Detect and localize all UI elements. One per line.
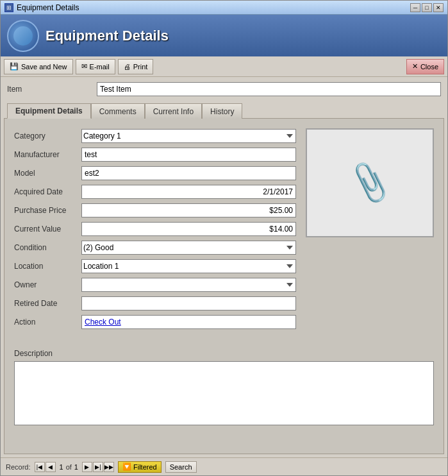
- filtered-icon: 🔽: [122, 463, 131, 471]
- retired-date-input[interactable]: [81, 296, 296, 310]
- current-value-input[interactable]: [81, 222, 296, 236]
- current-value-label: Current Value: [14, 225, 81, 234]
- description-label: Description: [14, 349, 434, 358]
- form-row-current-value: Current Value: [14, 221, 296, 237]
- tab-history[interactable]: History: [202, 103, 242, 119]
- form-area: Category Category 1 Manufacturer Model: [14, 128, 434, 333]
- record-current: 1: [60, 463, 63, 471]
- retired-date-label: Retired Date: [14, 299, 81, 308]
- model-label: Model: [14, 169, 81, 178]
- tab-current-info[interactable]: Current Info: [145, 103, 202, 119]
- location-select[interactable]: Location 1: [81, 259, 296, 273]
- status-bar: Record: |◀ ◀ 1 of 1 ▶ ▶| ▶▶ 🔽 Filtered S…: [1, 457, 447, 475]
- form-row-model: Model: [14, 166, 296, 181]
- check-out-link[interactable]: Check Out: [85, 318, 121, 327]
- window-controls: ─ □ ✕: [410, 3, 444, 12]
- last-record-button[interactable]: ▶|: [93, 462, 103, 472]
- condition-select[interactable]: (2) Good: [81, 241, 296, 255]
- app-title: Equipment Details: [46, 28, 169, 44]
- form-row-acquired-date: Acquired Date: [14, 184, 296, 200]
- next-record-button[interactable]: ▶: [82, 462, 92, 472]
- owner-select[interactable]: [81, 278, 296, 292]
- print-button[interactable]: 🖨 Print: [118, 59, 154, 74]
- acquired-date-label: Acquired Date: [14, 187, 81, 196]
- logo-inner: [13, 26, 33, 46]
- item-label: Item: [7, 85, 90, 94]
- window-icon: ⊞: [4, 3, 13, 12]
- prev-record-button[interactable]: ◀: [46, 462, 56, 472]
- window-close-button[interactable]: ✕: [433, 3, 444, 12]
- purchase-price-label: Purchase Price: [14, 206, 81, 215]
- acquired-date-input[interactable]: [81, 185, 296, 199]
- email-button[interactable]: ✉ E-mail: [76, 59, 115, 74]
- tab-equipment-details[interactable]: Equipment Details: [7, 103, 91, 119]
- manufacturer-label: Manufacturer: [14, 150, 81, 159]
- tabs-container: Equipment Details Comments Current Info …: [1, 101, 447, 118]
- action-label: Action: [14, 318, 81, 327]
- form-row-retired-date: Retired Date: [14, 296, 296, 311]
- description-section: Description: [14, 349, 434, 427]
- toolbar: 💾 Save and New ✉ E-mail 🖨 Print ✕ Close: [1, 56, 447, 77]
- model-input[interactable]: [81, 166, 296, 180]
- condition-label: Condition: [14, 243, 81, 252]
- form-row-action: Action Check Out: [14, 314, 296, 330]
- attachment-box: 📎: [306, 128, 434, 237]
- record-of-label: of: [66, 463, 72, 471]
- title-bar: ⊞ Equipment Details ─ □ ✕: [1, 1, 447, 15]
- category-select[interactable]: Category 1: [81, 129, 296, 143]
- record-total: 1: [74, 463, 78, 471]
- print-icon: 🖨: [124, 63, 131, 71]
- search-label: Search: [170, 463, 192, 471]
- email-label: E-mail: [90, 63, 110, 71]
- main-window: ⊞ Equipment Details ─ □ ✕ Equipment Deta…: [0, 0, 448, 476]
- app-header: Equipment Details: [1, 15, 447, 56]
- manufacturer-input[interactable]: [81, 148, 296, 162]
- item-row: Item: [1, 77, 447, 101]
- close-button[interactable]: ✕ Close: [406, 59, 444, 74]
- form-row-category: Category Category 1: [14, 128, 296, 144]
- close-label: Close: [420, 63, 438, 71]
- form-row-purchase-price: Purchase Price: [14, 203, 296, 218]
- location-label: Location: [14, 262, 81, 271]
- tabs: Equipment Details Comments Current Info …: [7, 103, 441, 118]
- form-fields: Category Category 1 Manufacturer Model: [14, 128, 296, 333]
- save-icon: 💾: [10, 62, 19, 71]
- save-and-new-label: Save and New: [21, 63, 67, 71]
- owner-label: Owner: [14, 280, 81, 289]
- description-textarea[interactable]: [14, 361, 434, 425]
- record-info: 1 of 1: [60, 463, 78, 471]
- item-input[interactable]: [97, 82, 441, 96]
- main-content: Category Category 1 Manufacturer Model: [4, 118, 444, 454]
- filtered-label: Filtered: [133, 463, 157, 471]
- app-logo: [7, 20, 39, 52]
- record-label: Record:: [6, 463, 31, 471]
- nav-next-group: ▶ ▶| ▶▶: [82, 462, 114, 472]
- print-label: Print: [133, 63, 148, 71]
- window-title: Equipment Details: [17, 3, 410, 12]
- more-records-button[interactable]: ▶▶: [104, 462, 114, 472]
- nav-group: |◀ ◀: [35, 462, 56, 472]
- tab-comments[interactable]: Comments: [91, 103, 145, 119]
- email-icon: ✉: [81, 62, 87, 71]
- form-row-manufacturer: Manufacturer: [14, 147, 296, 162]
- search-button[interactable]: Search: [165, 461, 197, 473]
- minimize-button[interactable]: ─: [410, 3, 420, 12]
- filtered-button[interactable]: 🔽 Filtered: [118, 461, 162, 473]
- maximize-button[interactable]: □: [422, 3, 432, 12]
- form-row-owner: Owner: [14, 277, 296, 293]
- paperclip-icon: 📎: [346, 160, 394, 206]
- save-and-new-button[interactable]: 💾 Save and New: [4, 59, 73, 74]
- category-label: Category: [14, 132, 81, 140]
- purchase-price-input[interactable]: [81, 203, 296, 217]
- form-row-condition: Condition (2) Good: [14, 240, 296, 255]
- first-record-button[interactable]: |◀: [35, 462, 45, 472]
- form-row-location: Location Location 1: [14, 259, 296, 274]
- close-toolbar-icon: ✕: [412, 62, 418, 71]
